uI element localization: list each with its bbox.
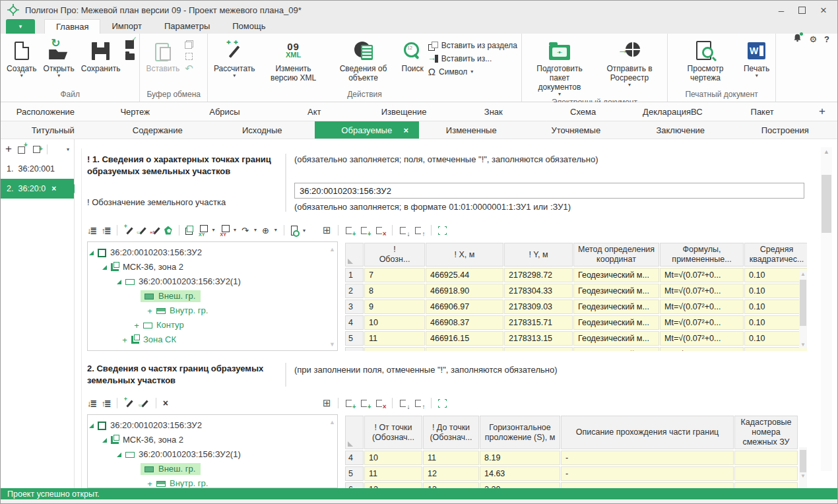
- close-button[interactable]: ×: [820, 5, 827, 16]
- cell[interactable]: 12: [364, 347, 425, 351]
- preview-drawing-button[interactable]: Просмотр чертежа: [670, 36, 740, 82]
- export-xy-button[interactable]: XY: [220, 225, 228, 236]
- table-scrollbar[interactable]: ▲ ▼: [799, 270, 807, 348]
- add-parcel-button[interactable]: +: [5, 144, 12, 154]
- menu-tab-import[interactable]: Импорт: [100, 19, 152, 34]
- cell[interactable]: 2178315.71: [504, 315, 573, 330]
- cell[interactable]: Mt=√(0.07²+0...: [660, 268, 744, 282]
- parcel-list-item-1[interactable]: 1.36:20:001: [1, 159, 74, 179]
- cell[interactable]: 466908.37: [426, 315, 503, 330]
- notifications-bell-icon[interactable]: [793, 34, 802, 44]
- expand-table2-button[interactable]: [438, 399, 447, 408]
- cell[interactable]: 2178298.72: [504, 268, 573, 282]
- cell[interactable]: -: [561, 451, 734, 465]
- expanded-icon[interactable]: [89, 424, 94, 428]
- open-button[interactable]: ↻ Открыть ▾: [40, 36, 78, 79]
- cell[interactable]: Геодезический м...: [573, 284, 659, 298]
- cell[interactable]: 2178309.03: [504, 299, 573, 314]
- move-row-down-button[interactable]: ↓: [399, 226, 409, 236]
- parcel-designation-input[interactable]: [294, 183, 804, 199]
- tab-postroeniya[interactable]: Построения: [733, 121, 838, 139]
- cell[interactable]: 0.10: [744, 331, 807, 346]
- tab-ishodnye[interactable]: Исходные: [210, 121, 315, 139]
- tab-izveschenie[interactable]: Извещение: [359, 102, 449, 121]
- tab-chertezh[interactable]: Чертеж: [90, 102, 180, 121]
- tab-raspolozhenie[interactable]: Расположение: [1, 102, 90, 121]
- tree-item-inner-boundary[interactable]: + Внутр. гр.: [147, 303, 337, 318]
- import-xy-dropdown[interactable]: ▾: [212, 228, 215, 233]
- settings-gear-icon[interactable]: ⚙: [809, 34, 817, 44]
- toolbar-overflow-button[interactable]: ▾: [303, 228, 306, 234]
- sort-descending-button2[interactable]: ↓≣: [87, 398, 96, 408]
- cell[interactable]: Геодезический м...: [573, 315, 659, 330]
- tab-utochnyaemye[interactable]: Уточняемые: [524, 121, 629, 139]
- cell[interactable]: 13: [423, 482, 479, 488]
- cell[interactable]: Mt=√(0.07²+0...: [660, 331, 744, 346]
- cell[interactable]: Геодезический м...: [573, 331, 659, 346]
- cell[interactable]: 11: [364, 466, 422, 481]
- cell[interactable]: 11: [423, 451, 479, 465]
- insert-row-button2[interactable]: +: [360, 398, 370, 408]
- delete-button2[interactable]: ×: [163, 398, 168, 408]
- tab-abrisy[interactable]: Абрисы: [180, 102, 270, 121]
- cell[interactable]: Mt=√(0.07²+0...: [660, 315, 744, 330]
- expanded-icon[interactable]: [117, 453, 121, 457]
- scroll-thumb[interactable]: [822, 175, 831, 233]
- cell[interactable]: 8: [364, 284, 425, 298]
- tree-item-zona-sk[interactable]: + Зона СК: [122, 332, 337, 347]
- cell[interactable]: 0.10: [744, 284, 807, 298]
- rotate-dropdown[interactable]: ▾: [254, 228, 257, 233]
- add-row-button2[interactable]: +: [345, 398, 355, 408]
- cell[interactable]: 2178313.15: [504, 331, 573, 346]
- tree2-item-zone[interactable]: МСК-36, зона 2: [102, 433, 337, 447]
- expanded-icon[interactable]: [102, 265, 107, 270]
- collapsed-icon[interactable]: +: [134, 321, 139, 331]
- scroll-up-arrow[interactable]: ▲: [821, 148, 832, 155]
- tab-shema[interactable]: Схема: [538, 102, 628, 121]
- add-row-button[interactable]: +: [345, 226, 355, 236]
- cell[interactable]: 12: [364, 482, 422, 488]
- add-tab-button[interactable]: +: [807, 102, 837, 121]
- send-rosreestr-button[interactable]: → Отправить в Росреестр ▾: [595, 36, 664, 88]
- tab-izmenennye[interactable]: Измененные: [419, 121, 524, 139]
- cell[interactable]: 0.10: [744, 299, 807, 314]
- move-row-down-button2[interactable]: ↓: [399, 398, 409, 408]
- tree-item-contour[interactable]: + Контур: [134, 318, 337, 332]
- save-copy-icon[interactable]: [125, 53, 135, 60]
- expanded-icon[interactable]: [89, 251, 94, 255]
- wand-h1-button[interactable]: [151, 226, 159, 236]
- save-as-icon[interactable]: [125, 40, 134, 49]
- tree2-item-inner-boundary[interactable]: + Внутр. гр.: [147, 476, 337, 488]
- tab-znak[interactable]: Знак: [449, 102, 538, 121]
- cell[interactable]: Mt=√(0.07²+0...: [660, 284, 744, 298]
- cell[interactable]: 466921.63: [426, 347, 503, 351]
- wand-contour-button[interactable]: [137, 226, 145, 236]
- undo-icon[interactable]: ↶: [185, 64, 193, 73]
- table2-scrollbar[interactable]: ▼: [799, 447, 807, 488]
- tree-item-contour1[interactable]: 36:20:0010203:156:ЗУ2(1): [117, 274, 337, 289]
- expanded-icon[interactable]: [102, 438, 107, 443]
- symbol-button[interactable]: Ω Символ ▾: [428, 67, 517, 77]
- cell[interactable]: 466906.97: [426, 299, 503, 314]
- wand-tool-button2[interactable]: [124, 398, 134, 408]
- cell[interactable]: Mt=√(0.07²+0...: [660, 347, 744, 351]
- insert-from-button[interactable]: Вставить из...: [428, 54, 517, 63]
- delete-row-button2[interactable]: ×: [375, 398, 385, 408]
- expanded-icon[interactable]: [117, 280, 121, 284]
- polygon-tool-button[interactable]: [164, 226, 172, 235]
- copy-object-button[interactable]: [185, 226, 193, 235]
- move-row-up-button2[interactable]: ↑: [414, 398, 424, 408]
- cell[interactable]: 11: [364, 331, 425, 346]
- prepare-package-button[interactable]: Подготовить пакет документов ▾: [525, 36, 595, 97]
- expand-table-button[interactable]: [438, 226, 447, 235]
- cell[interactable]: 466925.44: [426, 268, 503, 282]
- cell[interactable]: 10: [364, 315, 425, 330]
- cell[interactable]: 9: [364, 299, 425, 314]
- menu-tab-parametry[interactable]: Параметры: [153, 19, 221, 34]
- tab-close-icon[interactable]: ×: [403, 125, 408, 135]
- tab-obrazuemye[interactable]: Образуемые ×: [315, 121, 420, 139]
- main-vertical-scrollbar[interactable]: ▲: [821, 147, 832, 471]
- cell[interactable]: Геодезический м...: [573, 299, 659, 314]
- cell[interactable]: 12: [423, 466, 479, 481]
- paste-button[interactable]: Вставить: [143, 36, 183, 73]
